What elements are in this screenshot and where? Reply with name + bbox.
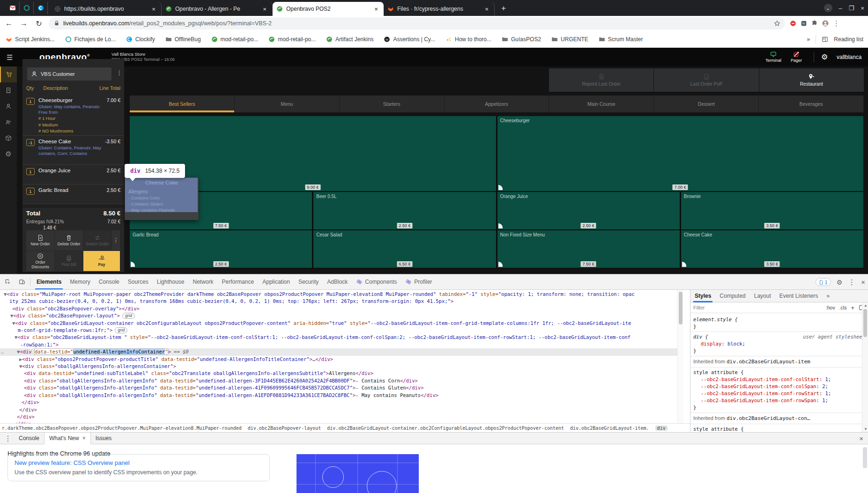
category-tab-dessert[interactable]: Dessert <box>654 96 759 112</box>
tree-row[interactable]: ▶<div class="obpos2ProductPopover-produc… <box>0 356 683 363</box>
rail-gear-icon[interactable]: ⚙ <box>0 146 17 162</box>
order-menu-kebab-icon[interactable]: ⋮ <box>116 69 122 76</box>
product-cell-garlic-bread[interactable]: Garlic Bread2.50 € <box>130 230 312 268</box>
drawer-kebab-icon[interactable]: ⋮ <box>2 432 14 444</box>
tree-row[interactable]: <div data-testid="undefined-subTitleLabe… <box>0 370 683 377</box>
settings-gear-icon[interactable]: ⚙ <box>821 52 828 61</box>
minimize-button[interactable]: – <box>839 5 842 12</box>
card-title-link[interactable]: New preview feature: CSS Overview panel <box>15 459 263 466</box>
devtools-tab-performance[interactable]: Performance <box>218 274 259 289</box>
reading-list-button[interactable]: Reading list <box>834 36 863 43</box>
tree-row[interactable]: ▼<div class="oballgAllergensInfo-allerge… <box>0 363 683 370</box>
tree-row[interactable]: <div class="oballgAllergensInfo-allergen… <box>0 392 683 399</box>
terminal-status-button[interactable]: Terminal <box>765 51 781 63</box>
styles-tab-»[interactable]: » <box>822 290 834 302</box>
tab-close-icon[interactable]: × <box>150 5 157 13</box>
devtools-tab-adblock[interactable]: AdBlock <box>323 274 352 289</box>
category-tab-main-course[interactable]: Main Course <box>549 96 654 112</box>
drawer-tab-what-s-new[interactable]: What's New× <box>44 433 91 444</box>
pinned-tab[interactable] <box>20 2 34 14</box>
bookmark-item[interactable]: How to thoro... <box>445 36 491 43</box>
styles-tab-layout[interactable]: Layout <box>750 290 775 302</box>
devtools-tab-console[interactable]: Console <box>95 274 124 289</box>
new-order-button[interactable]: New Order <box>26 230 54 250</box>
drawer-tab-issues[interactable]: Issues <box>91 433 117 444</box>
rail-person-icon[interactable] <box>0 98 17 114</box>
bookmark-item[interactable]: cyAssertions | Cy... <box>384 36 435 43</box>
order-item-row[interactable]: -1Cheese Cake-3.50 €Gluten: Contains, Pe… <box>22 136 124 165</box>
devtools-tab-memory[interactable]: Memory <box>66 274 94 289</box>
style-rule[interactable]: div {user agent stylesheetdisplay: block… <box>690 332 868 356</box>
tree-row[interactable]: ▼<div class="obc2BaseGridLayout-containe… <box>0 320 683 327</box>
device-toolbar-icon[interactable] <box>16 276 28 288</box>
bookmark-item[interactable]: OfflineBug <box>165 36 201 43</box>
drawer-close-icon[interactable]: × <box>859 434 863 442</box>
order-item-row[interactable]: 1Orange Juice2.50 € <box>22 165 124 184</box>
new-tab-button[interactable]: + <box>497 2 510 15</box>
bookmark-item[interactable]: Script Jenkins... <box>6 36 55 43</box>
tree-row[interactable]: </div> <box>0 399 683 406</box>
styles-tab-event-listeners[interactable]: Event Listeners <box>775 290 823 302</box>
print-bill-button[interactable]: Print Bill <box>55 251 83 271</box>
maximize-button[interactable]: ❐ <box>849 5 854 12</box>
devtools-tab-application[interactable]: Application <box>258 274 294 289</box>
tab-close-icon[interactable]: × <box>483 5 490 13</box>
tree-row[interactable]: -rowSpan:1;"> <box>0 341 683 348</box>
breadcrumb[interactable]: div.obc2BasePopover-layout <box>248 426 321 431</box>
pay-button[interactable]: Pay <box>83 251 120 271</box>
username[interactable]: vallblanca <box>837 54 861 60</box>
style-rule[interactable]: style attribute {--obc2-baseGridLayout-i… <box>690 368 868 413</box>
tree-row-selected[interactable]: …▼<div data-testid="undefined-AllergenIn… <box>0 348 683 355</box>
product-cell-orange-juice[interactable]: Orange Juice2.50 € <box>497 192 680 229</box>
product-cell-brownie[interactable]: Brownie3.50 € <box>681 192 863 229</box>
style-rule[interactable]: style attribute {--obc2-baseGridLayout-i… <box>690 424 868 432</box>
product-cell-cesar-salad[interactable]: Cesar Salad6.50 € <box>313 230 496 268</box>
order-kebab-button[interactable]: ⋮ <box>112 230 120 250</box>
restaurant-button[interactable]: Restaurant <box>759 68 864 92</box>
styles-tab-styles[interactable]: Styles <box>690 290 715 302</box>
devtools-kebab-icon[interactable]: ⋮ <box>848 278 855 287</box>
devtools-close-icon[interactable]: × <box>861 278 865 286</box>
drawer-scrollbar[interactable] <box>863 447 867 480</box>
url-bar[interactable]: livebuilds.openbravo.com/retail_pos2_mod… <box>49 17 785 29</box>
style-declaration[interactable]: display: block; <box>693 340 865 347</box>
inspect-element-icon[interactable] <box>2 276 14 288</box>
bookmarks-overflow-chevron[interactable]: » <box>807 36 810 43</box>
bookmark-item[interactable]: Artifact Jenkins <box>326 36 373 43</box>
breadcrumb-active[interactable]: div <box>655 426 668 431</box>
devtools-settings-gear-icon[interactable]: ⚙ <box>837 279 843 286</box>
inherited-link[interactable]: div.obc2BaseGridLayout-item <box>727 359 810 365</box>
issues-badge[interactable]: 1 <box>816 278 831 286</box>
breadcrumb[interactable]: r.darkTheme.obc2BasePopover.obpos2Produc… <box>2 426 242 431</box>
close-window-button[interactable]: × <box>861 5 864 12</box>
profile-avatar[interactable] <box>822 20 829 27</box>
category-tab-starters[interactable]: Starters <box>340 96 445 112</box>
tree-row[interactable]: <div class="oballgAllergensInfo-allergen… <box>0 377 683 384</box>
extension-icon[interactable]: 81 <box>801 20 807 27</box>
tree-row[interactable]: ▼<div class="MuiPaper-root MuiPopover-pa… <box>0 291 683 298</box>
product-cell-beer-0.5l[interactable]: Beer 0.5L2.50 € <box>313 192 496 229</box>
order-item-row[interactable]: 1Garlic Bread2.50 € <box>22 184 124 204</box>
style-declaration[interactable]: --obc2-baseGridLayout-item-conf-rowSpan:… <box>693 397 865 404</box>
bookmark-item[interactable]: GuíasPOS2 <box>502 36 541 43</box>
switch-order-button[interactable]: Switch Order <box>83 230 111 250</box>
styles-tab-computed[interactable]: Computed <box>715 290 749 302</box>
product-cell-cheeseburger[interactable]: Cheeseburger7.00 € <box>497 116 864 191</box>
tab-close-icon[interactable]: × <box>261 5 268 13</box>
inherited-link[interactable]: div.obc2BaseGridLayout-con… <box>727 415 810 421</box>
breadcrumb[interactable]: div.obc2BaseGridLayout-container.obc2Con… <box>327 426 564 431</box>
devtools-tab-security[interactable]: Security <box>294 274 323 289</box>
bookmark-star-icon[interactable] <box>774 20 780 27</box>
bookmark-item[interactable]: mod-retail-po... <box>268 36 316 43</box>
tab-close-icon[interactable]: × <box>82 435 86 441</box>
hamburger-menu-icon[interactable]: ☰ <box>7 53 13 62</box>
tree-row[interactable]: </div> <box>0 413 683 420</box>
tree-row[interactable]: ▼<div class="obc2BaseGridLayout-item " s… <box>0 334 683 341</box>
adblock-extension-icon[interactable] <box>790 20 796 27</box>
pinned-tab[interactable] <box>6 2 20 14</box>
styles-scrollbar[interactable]: ▲▼ <box>862 302 868 432</box>
elements-scrollbar[interactable] <box>677 290 683 423</box>
order-discounts-button[interactable]: Order Discounts <box>26 251 54 271</box>
style-rule[interactable]: element.style {} <box>690 315 868 332</box>
category-tab-appetizers[interactable]: Appetizers <box>445 96 549 112</box>
